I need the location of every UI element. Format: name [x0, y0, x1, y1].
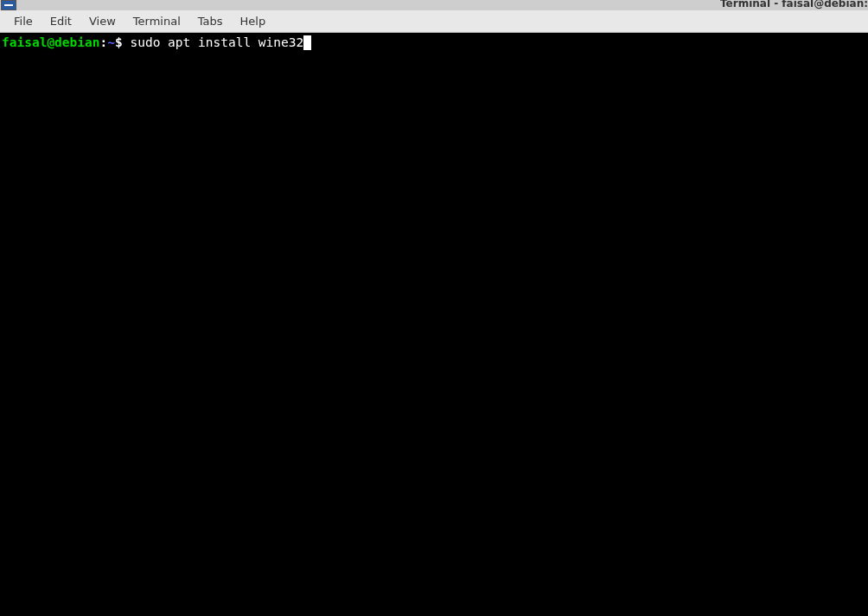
- prompt-user-host: faisal@debian: [2, 35, 100, 51]
- menu-file[interactable]: File: [5, 11, 41, 31]
- menu-edit[interactable]: Edit: [41, 11, 80, 31]
- menu-help[interactable]: Help: [232, 11, 275, 31]
- menubar: File Edit View Terminal Tabs Help: [0, 10, 868, 33]
- menu-terminal[interactable]: Terminal: [124, 11, 189, 31]
- window-title: Terminal - faisal@debian:: [720, 0, 868, 10]
- window-titlebar: Terminal - faisal@debian:: [0, 0, 868, 10]
- prompt-colon: :: [100, 35, 108, 51]
- command-text: sudo apt install wine32: [130, 35, 303, 51]
- terminal-cursor: [303, 35, 311, 50]
- terminal-viewport[interactable]: faisal@debian:~$ sudo apt install wine32: [0, 33, 868, 616]
- menu-view[interactable]: View: [80, 11, 124, 31]
- prompt-symbol: $: [115, 35, 130, 51]
- window-menu-icon[interactable]: [1, 0, 16, 10]
- menu-tabs[interactable]: Tabs: [189, 11, 232, 31]
- terminal-line: faisal@debian:~$ sudo apt install wine32: [2, 35, 866, 51]
- prompt-path: ~: [107, 35, 115, 51]
